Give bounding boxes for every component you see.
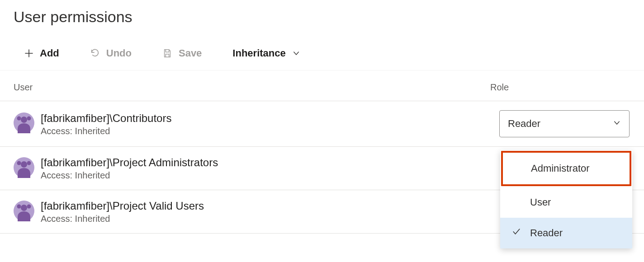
toolbar: Add Undo Save Inheritance: [0, 26, 644, 70]
role-option-reader[interactable]: Reader: [500, 218, 632, 248]
add-button-label: Add: [40, 47, 59, 59]
table-header: User Role: [0, 70, 644, 101]
undo-button-label: Undo: [106, 47, 132, 59]
svg-point-10: [17, 204, 21, 208]
inheritance-button[interactable]: Inheritance: [232, 47, 300, 59]
row-access: Access: Inherited: [41, 214, 499, 224]
row-info: [fabrikamfiber]\Contributors Access: Inh…: [41, 112, 499, 136]
undo-button: Undo: [90, 47, 132, 59]
save-button: Save: [162, 47, 202, 59]
row-access: Access: Inherited: [41, 126, 499, 136]
svg-point-2: [17, 117, 21, 121]
row-name: [fabrikamfiber]\Project Administrators: [41, 156, 499, 169]
undo-icon: [90, 48, 100, 58]
save-button-label: Save: [179, 47, 202, 59]
role-select-value: Reader: [508, 118, 540, 130]
row-name: [fabrikamfiber]\Project Valid Users: [41, 199, 499, 213]
row-access: Access: Inherited: [41, 170, 499, 181]
checkmark-icon: [512, 227, 521, 239]
svg-point-11: [27, 204, 31, 208]
page-title: User permissions: [0, 0, 644, 26]
table-row[interactable]: [fabrikamfiber]\Contributors Access: Inh…: [0, 101, 644, 147]
group-avatar-icon: [14, 112, 34, 135]
save-icon: [162, 48, 172, 58]
column-header-role: Role: [490, 82, 630, 93]
role-option-label: Administrator: [531, 163, 590, 174]
svg-point-6: [17, 161, 21, 165]
role-option-label: Reader: [530, 227, 563, 239]
row-info: [fabrikamfiber]\Project Administrators A…: [41, 156, 499, 181]
svg-point-5: [21, 161, 27, 168]
row-info: [fabrikamfiber]\Project Valid Users Acce…: [41, 199, 499, 224]
group-avatar-icon: [14, 201, 34, 223]
column-header-user: User: [14, 82, 490, 93]
svg-point-9: [21, 205, 27, 211]
add-button[interactable]: Add: [24, 47, 59, 59]
chevron-down-icon: [292, 49, 300, 57]
svg-point-3: [27, 117, 31, 121]
svg-point-1: [21, 117, 27, 123]
svg-point-7: [27, 161, 31, 165]
inheritance-button-label: Inheritance: [232, 47, 285, 59]
role-option-user[interactable]: User: [500, 187, 632, 218]
role-dropdown: Administrator User Reader: [500, 150, 632, 248]
role-select[interactable]: Reader: [499, 110, 630, 137]
chevron-down-icon: [613, 118, 621, 130]
group-avatar-icon: [14, 157, 34, 180]
role-option-label: User: [530, 196, 551, 208]
row-name: [fabrikamfiber]\Contributors: [41, 112, 499, 125]
role-option-administrator[interactable]: Administrator: [501, 151, 631, 186]
plus-icon: [24, 49, 33, 58]
